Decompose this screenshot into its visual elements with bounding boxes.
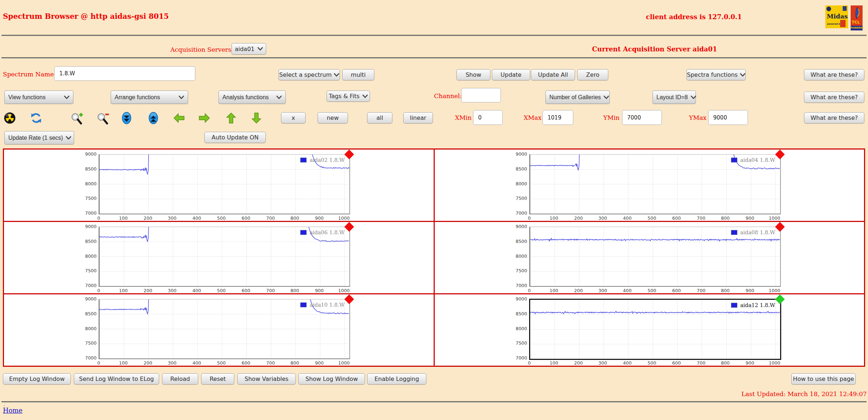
zoom-out-icon[interactable]: [97, 112, 110, 124]
spectra-grid: 7000750080008500900001002003004005006007…: [3, 148, 865, 367]
xmin-input[interactable]: [473, 110, 503, 125]
analysis-functions-dropdown[interactable]: Analysis functions: [218, 91, 286, 104]
new-button[interactable]: new: [318, 112, 348, 123]
update-button[interactable]: Update: [492, 69, 530, 80]
what-are-these-button-3[interactable]: What are these?: [804, 112, 864, 123]
radiation-icon[interactable]: [4, 112, 16, 124]
what-are-these-button-1[interactable]: What are these?: [804, 69, 864, 80]
reload-button[interactable]: Reload: [162, 373, 198, 385]
plot-frame-aida06[interactable]: aida06 1.8.W: [99, 227, 350, 287]
show-log-window-button[interactable]: Show Log Window: [298, 373, 365, 385]
tags-fits-dropdown[interactable]: Tags & Fits: [327, 91, 370, 102]
spectrum-plot-aida12: 7000750080008500900001002003004005006007…: [435, 294, 864, 366]
double-up-icon[interactable]: [148, 112, 158, 124]
x-tick-label: 500: [209, 288, 234, 293]
linear-button[interactable]: linear: [403, 112, 433, 123]
y-tick-label: 8000: [491, 326, 527, 332]
refresh-icon[interactable]: [30, 112, 42, 124]
plot-frame-aida10[interactable]: aida10 1.8.W: [99, 299, 350, 359]
stray-dot: .: [4, 402, 5, 407]
auto-update-button[interactable]: Auto Update ON: [204, 132, 266, 143]
x-tick-label: 1000: [762, 215, 787, 221]
ymin-input[interactable]: [622, 110, 662, 125]
arrow-left-icon[interactable]: [173, 112, 185, 124]
x-tick-label: 400: [184, 288, 209, 293]
x-tick-label: 200: [566, 215, 591, 221]
legend-swatch: [300, 230, 307, 235]
y-tick-label: 8500: [60, 239, 97, 244]
y-tick-label: 7500: [60, 340, 97, 346]
x-tick-label: 1000: [331, 360, 357, 366]
tcl-logo[interactable]: TCL POWERED: [851, 5, 863, 31]
divider: [1, 401, 867, 403]
acquisition-servers-label: Acquisition Servers: [170, 46, 231, 53]
xmax-label: XMax: [524, 114, 541, 121]
chevron-down-icon: [740, 73, 745, 77]
show-variables-button[interactable]: Show Variables: [237, 373, 296, 385]
y-tick-label: 7500: [60, 268, 97, 274]
number-of-galleries-dropdown[interactable]: Number of Galleries: [545, 91, 610, 104]
ymax-input[interactable]: [708, 110, 748, 125]
spectra-functions-dropdown[interactable]: Spectra functions: [686, 69, 746, 80]
xmax-input[interactable]: [542, 110, 573, 125]
update-rate-dropdown[interactable]: Update Rate (1 secs): [4, 131, 74, 144]
arrange-functions-dropdown[interactable]: Arrange functions: [111, 91, 188, 104]
legend-text: aida08 1.8.W: [740, 230, 775, 235]
midas-logo[interactable]: Midas powered by: [825, 5, 848, 28]
channel-label: Channel:: [434, 92, 462, 100]
x-tick-label: 900: [307, 288, 332, 293]
channel-input[interactable]: [461, 88, 501, 102]
spectrum-name-label: Spectrum Name:: [3, 71, 56, 78]
arrow-down-icon[interactable]: [250, 112, 263, 124]
arrow-up-icon[interactable]: [225, 112, 237, 124]
plot-legend: aida06 1.8.W: [300, 230, 345, 235]
double-down-icon[interactable]: [122, 112, 132, 124]
y-tick-label: 8000: [60, 326, 97, 332]
select-spectrum-dropdown[interactable]: Select a spectrum: [278, 69, 340, 80]
y-tick-label: 8500: [491, 239, 527, 244]
x-tick-label: 600: [664, 360, 689, 366]
multi-button[interactable]: multi: [342, 69, 374, 80]
y-tick-label: 8500: [60, 166, 97, 172]
tcl-feather-icon: [852, 7, 861, 22]
acquisition-server-value: aida01: [235, 46, 255, 52]
x-tick-label: 800: [713, 288, 738, 293]
show-button[interactable]: Show: [456, 69, 490, 80]
spectrum-name-input[interactable]: [54, 66, 195, 81]
x-tick-label: 300: [159, 360, 185, 366]
view-functions-dropdown[interactable]: View functions: [4, 91, 73, 104]
plot-frame-aida04[interactable]: aida04 1.8.W: [529, 154, 781, 214]
what-are-these-button-2[interactable]: What are these?: [804, 92, 864, 103]
chevron-down-icon: [362, 94, 368, 98]
x-tick-label: 800: [282, 360, 307, 366]
y-tick-label: 8000: [60, 181, 97, 187]
plot-legend: aida08 1.8.W: [731, 230, 775, 235]
divider: [1, 35, 867, 36]
all-button[interactable]: all: [367, 112, 392, 123]
arrow-right-icon[interactable]: [198, 112, 210, 124]
reset-button[interactable]: Reset: [201, 373, 234, 385]
plot-frame-aida02[interactable]: aida02 1.8.W: [99, 154, 350, 214]
update-all-button[interactable]: Update All: [531, 69, 575, 80]
zoom-in-icon[interactable]: [71, 112, 84, 124]
how-to-use-button[interactable]: How to use this page: [791, 373, 856, 385]
plot-frame-aida08[interactable]: aida08 1.8.W: [529, 227, 781, 287]
current-acquisition-server: Current Acquisition Server aida01: [592, 45, 717, 53]
x-tick-label: 0: [517, 360, 542, 366]
x-tick-label: 500: [639, 288, 665, 293]
enable-logging-button[interactable]: Enable Logging: [367, 373, 426, 385]
send-log-to-elog-button[interactable]: Send Log Window to ELog: [74, 373, 159, 385]
plot-frame-aida12[interactable]: aida12 1.8.W: [529, 299, 781, 360]
plot-legend: aida10 1.8.W: [300, 302, 345, 308]
acquisition-server-select[interactable]: aida01: [231, 43, 266, 55]
home-link[interactable]: Home: [3, 407, 22, 414]
x-button[interactable]: x: [281, 112, 306, 123]
layout-id-dropdown[interactable]: Layout ID=8: [652, 91, 696, 104]
y-tick-label: 9000: [60, 296, 97, 302]
x-tick-label: 0: [86, 288, 111, 293]
x-tick-label: 400: [615, 288, 640, 293]
x-tick-label: 300: [590, 215, 616, 221]
empty-log-window-button[interactable]: Empty Log Window: [3, 373, 71, 385]
zero-button[interactable]: Zero: [577, 69, 608, 80]
x-tick-label: 900: [307, 215, 332, 221]
